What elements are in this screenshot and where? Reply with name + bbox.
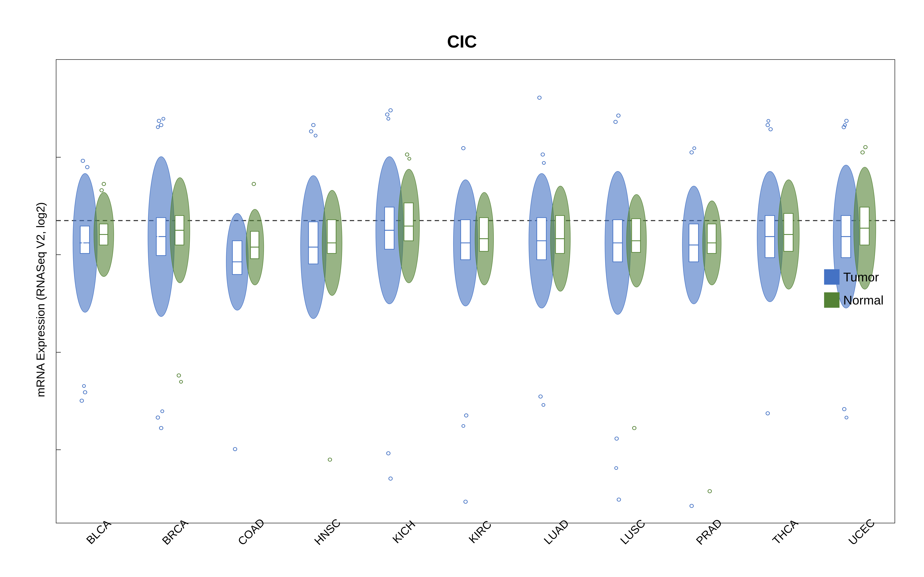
svg-point-43 [386,451,390,455]
svg-point-52 [464,500,467,503]
chart-inner: mRNA Expression (RNASeq V2, log2) [29,59,895,540]
chart-wrapper: CIC mRNA Expression (RNASeq V2, log2) [29,24,895,553]
svg-point-140 [163,240,164,242]
svg-point-57 [542,161,545,164]
svg-rect-99 [250,231,259,259]
plot-area-container: 6 8 10 12 BLCA BRCA COAD HNSC KICH KIRC … [56,59,895,540]
svg-point-49 [462,147,465,150]
svg-rect-101 [309,222,318,264]
svg-rect-109 [460,220,470,260]
svg-point-23 [156,416,160,419]
svg-point-9 [86,165,89,169]
svg-point-63 [617,114,620,117]
svg-rect-119 [632,219,640,252]
svg-point-78 [767,119,770,122]
svg-rect-105 [384,207,394,249]
svg-rect-113 [537,218,546,260]
legend-box-tumor [824,269,840,285]
y-axis-label: mRNA Expression (RNASeq V2, log2) [29,59,52,540]
svg-point-58 [539,395,542,398]
svg-rect-127 [784,213,793,251]
svg-point-31 [252,182,255,186]
svg-point-88 [864,145,867,149]
svg-point-134 [84,239,86,240]
x-axis-labels: BLCA BRCA COAD HNSC KICH KIRC LUAD LUSC … [56,523,895,540]
svg-rect-111 [480,218,488,251]
svg-point-138 [157,236,158,237]
svg-point-66 [615,467,618,469]
svg-point-36 [314,134,317,137]
svg-point-70 [690,151,693,154]
svg-point-35 [312,123,315,127]
svg-point-27 [179,380,183,383]
svg-point-72 [690,504,693,508]
svg-point-133 [82,242,84,244]
legend-item-tumor: Tumor [824,269,884,285]
svg-point-21 [162,117,165,120]
svg-point-10 [83,391,87,394]
svg-point-22 [156,126,159,129]
svg-point-71 [693,147,696,150]
svg-point-34 [309,130,313,133]
svg-point-44 [389,477,392,480]
legend-item-normal: Normal [824,292,884,308]
svg-point-8 [81,159,84,163]
svg-rect-123 [707,224,716,253]
svg-point-83 [845,119,848,123]
svg-point-12 [82,384,86,387]
svg-point-87 [861,151,864,154]
svg-point-42 [387,117,390,120]
svg-rect-103 [327,220,336,253]
svg-rect-131 [860,207,869,245]
svg-rect-15 [102,60,104,61]
svg-point-64 [615,437,618,440]
svg-rect-115 [556,216,564,253]
svg-point-24 [159,426,163,430]
svg-point-77 [769,127,772,131]
svg-point-40 [386,113,389,116]
svg-point-14 [102,182,105,186]
svg-point-141 [158,242,160,244]
svg-point-76 [766,123,769,127]
legend-label-normal: Normal [843,293,884,307]
svg-point-19 [157,119,161,123]
svg-rect-107 [404,203,413,241]
svg-point-62 [614,120,617,124]
svg-point-86 [845,416,848,419]
svg-rect-117 [613,220,622,262]
svg-rect-121 [689,224,698,262]
svg-point-26 [177,374,181,377]
svg-point-85 [843,407,846,411]
svg-point-13 [100,189,103,192]
svg-point-79 [766,412,769,415]
svg-point-11 [80,399,84,403]
plot-svg [57,60,895,523]
svg-point-56 [541,153,544,156]
svg-point-45 [405,153,409,156]
svg-point-59 [542,403,545,406]
svg-rect-97 [233,241,242,274]
svg-point-50 [465,414,468,417]
legend-label-tumor: Tumor [843,270,879,284]
chart-title: CIC [29,24,895,52]
svg-point-37 [328,458,332,461]
svg-point-20 [159,123,163,127]
chart-container: CIC mRNA Expression (RNASeq V2, log2) [0,0,924,577]
svg-point-51 [462,424,465,427]
svg-point-137 [86,234,87,235]
svg-point-30 [233,447,237,451]
svg-point-67 [633,426,636,430]
svg-point-136 [83,251,85,252]
svg-point-55 [538,96,541,100]
svg-point-65 [617,498,620,501]
svg-point-41 [389,109,392,112]
legend: Tumor Normal [824,269,884,308]
legend-box-normal [824,292,840,308]
plot-area: 6 8 10 12 [56,59,895,523]
svg-point-25 [161,410,164,413]
svg-point-139 [160,232,162,233]
svg-point-46 [408,157,411,160]
svg-point-135 [86,243,88,245]
svg-point-73 [708,490,711,493]
